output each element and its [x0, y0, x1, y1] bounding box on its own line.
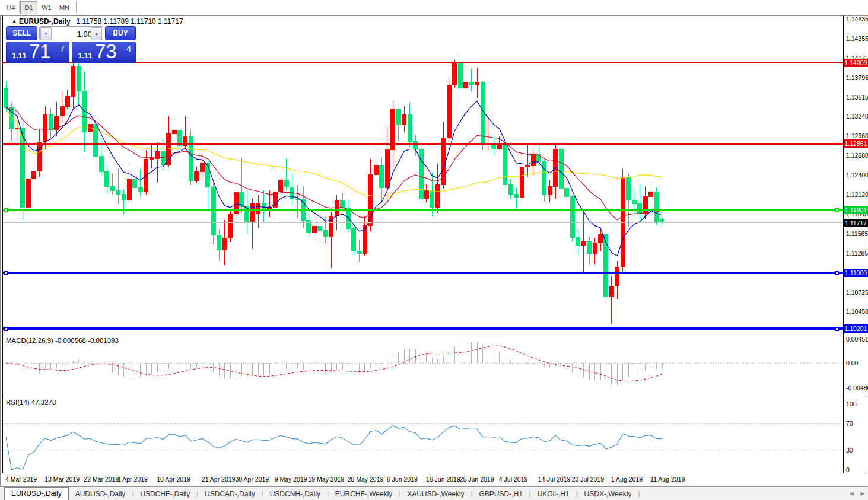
candle-body — [105, 171, 109, 186]
candle-body — [408, 114, 412, 142]
candle-body — [380, 166, 384, 188]
price-badge: 1.11000 — [844, 269, 868, 277]
tab-ukoil-h1[interactable]: UKOil-,H1 — [531, 488, 576, 500]
tab-scroll-left-icon[interactable]: ◀ — [850, 491, 854, 496]
application-window: { "toolbar": {"buttons": [ {"label": "H4… — [0, 0, 868, 500]
volume-increase-icon[interactable]: ▲ — [91, 27, 102, 40]
candle-body — [37, 142, 42, 171]
tab-eurchf-weekly[interactable]: EURCHF-,Weekly — [329, 488, 399, 500]
price-tick-label: 1.13240 — [846, 113, 868, 120]
panel-splitter[interactable] — [3, 397, 866, 397]
candle-body — [71, 67, 75, 96]
candle-body — [323, 230, 328, 237]
candle-body — [312, 226, 316, 233]
candle-body — [430, 190, 434, 207]
line-handle-dot — [5, 328, 7, 330]
candle-body — [245, 206, 249, 221]
candle-body — [469, 82, 473, 85]
tab-usdx-weekly[interactable]: USDX-,Weekly — [578, 488, 638, 500]
one-click-trading-panel: SELL ▼ ▲ BUY 1.11 71 7 1.11 73 4 — [6, 26, 136, 63]
candle-body — [458, 63, 462, 88]
price-badge: 1.12851 — [844, 139, 868, 148]
candle-body — [593, 243, 597, 254]
tab-gbpusd-h1[interactable]: GBPUSD-,H1 — [472, 488, 529, 500]
date-tick-label: 4 Mar 2019 — [5, 476, 37, 483]
volume-decrease-icon[interactable]: ▼ — [40, 27, 52, 40]
toolbar-separator — [55, 1, 55, 13]
candlestick-plot[interactable] — [3, 16, 843, 335]
axis-border — [843, 16, 844, 473]
candle-body — [307, 221, 311, 233]
macd-label: MACD(12,26,9) -0.000568 -0.001393 — [6, 337, 119, 344]
candle-body — [167, 134, 171, 165]
candle-body — [632, 200, 636, 204]
candle-body — [284, 180, 288, 187]
panel-border — [3, 396, 866, 396]
macd-plot[interactable] — [3, 336, 843, 396]
timeframe-button-d1[interactable]: D1 — [20, 1, 37, 14]
candle-body — [615, 267, 619, 286]
candle-body — [138, 187, 142, 192]
candle-body — [65, 96, 69, 107]
candle-body — [77, 67, 81, 91]
line-handle-dot — [836, 328, 838, 330]
candle-body — [464, 82, 468, 88]
candle-body — [133, 179, 137, 187]
price-tick-label: 1.10725 — [846, 289, 868, 296]
candle-body — [638, 204, 642, 214]
price-tick-label: 1.14635 — [846, 15, 868, 23]
tab-usdcad-daily[interactable]: USDCAD-,Daily — [198, 488, 262, 500]
timeframe-button-h4[interactable]: H4 — [2, 1, 20, 14]
candle-body — [604, 234, 608, 297]
candle-body — [60, 107, 64, 116]
date-tick-label: 22 Mar 2019 — [84, 476, 119, 483]
candle-body — [576, 237, 580, 245]
bid-big-digits: 71 — [29, 40, 51, 63]
candle-body — [318, 226, 322, 230]
price-axis: 1.146351.143551.140751.137951.135151.132… — [844, 0, 868, 500]
candle-body — [127, 179, 131, 200]
candle-body — [531, 154, 535, 166]
macd-signal-line — [6, 346, 662, 381]
candle-body — [352, 229, 356, 251]
macd-value-2: -0.001393 — [88, 337, 119, 344]
volume-input[interactable] — [52, 27, 93, 40]
buy-button[interactable]: BUY — [105, 26, 136, 40]
tab-eurusd-daily[interactable]: EURUSD-,Daily — [4, 487, 69, 500]
candle-body — [99, 156, 103, 171]
collapse-icon[interactable]: ▲ — [12, 18, 17, 24]
candle-body — [520, 167, 524, 198]
date-tick-label: 30 Apr 2019 — [236, 476, 269, 483]
price-tick-label: 1.13515 — [846, 94, 868, 101]
candle-body — [654, 192, 659, 221]
panel-splitter[interactable] — [3, 336, 866, 336]
sell-button[interactable]: SELL — [6, 26, 37, 40]
line-handle-dot — [5, 272, 7, 274]
chart-title: ▲EURUSD-,Daily1.11758 1.11789 1.11710 1.… — [12, 17, 183, 26]
tab-xauusd-weekly[interactable]: XAUUSD-,Weekly — [400, 488, 470, 500]
ohlc-values: 1.11758 1.11789 1.11710 1.11717 — [77, 17, 183, 26]
tab-usdcnh-daily[interactable]: USDCNH-,Daily — [263, 488, 327, 500]
candle-body — [250, 204, 255, 221]
timeframe-button-w1[interactable]: W1 — [38, 1, 55, 14]
line-handle-dot — [5, 209, 7, 211]
tab-usdchf-daily[interactable]: USDCHF-,Daily — [133, 488, 196, 500]
price-tick-label: 1.14355 — [846, 35, 868, 42]
rsi-plot[interactable] — [3, 398, 843, 473]
tab-scroll-right-icon[interactable]: ▶ — [860, 491, 864, 496]
window-border-left — [0, 15, 1, 486]
candle-body — [402, 114, 406, 125]
tab-audusd-daily[interactable]: AUDUSD-,Daily — [69, 488, 132, 500]
price-tick-label: 1.13795 — [846, 74, 868, 81]
bid-price-box[interactable]: 1.11 71 7 — [6, 42, 69, 63]
date-tick-label: 9 May 2019 — [275, 476, 307, 483]
price-badge: 1.10201 — [844, 324, 868, 333]
timeframe-button-mn[interactable]: MN — [56, 1, 73, 14]
timeframe-toolbar: H4 D1 W1 MN — [0, 0, 868, 15]
price-badge: 1.11717 — [844, 219, 868, 227]
ask-price-box[interactable]: 1.11 73 4 — [72, 42, 136, 63]
price-tick-label: 1.10450 — [846, 308, 868, 315]
candle-body — [385, 150, 389, 188]
panel-border — [3, 335, 866, 335]
rsi-value: 47.3273 — [31, 399, 56, 406]
